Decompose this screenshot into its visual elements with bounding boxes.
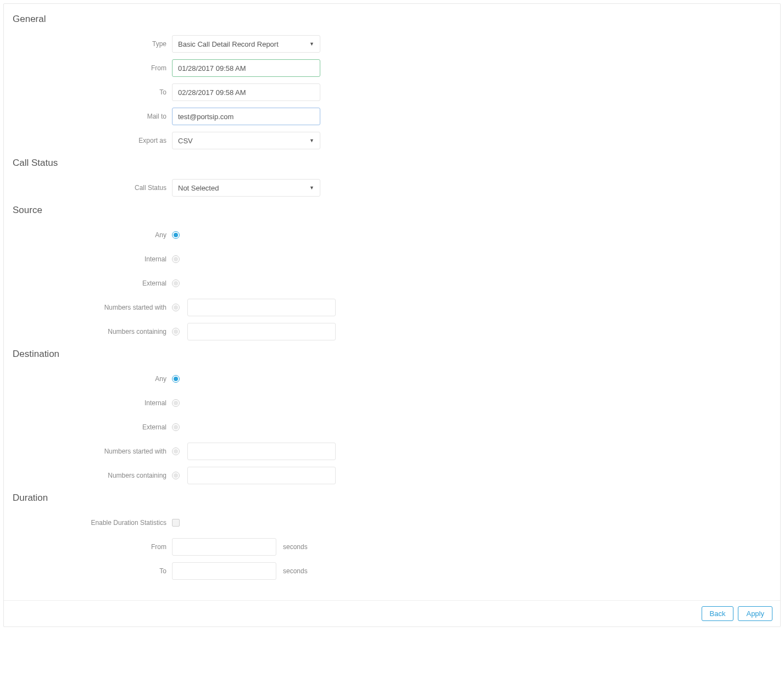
row-dest-started: Numbers started with — [13, 440, 771, 463]
label-to: To — [13, 88, 172, 96]
source-containing-input[interactable] — [187, 323, 336, 340]
row-source-internal: Internal — [13, 248, 771, 271]
row-duration-from: From seconds — [13, 535, 771, 558]
label-duration-to: To — [13, 567, 172, 575]
section-title-call-status: Call Status — [13, 158, 771, 169]
row-dest-internal: Internal — [13, 391, 771, 415]
label-export: Export as — [13, 137, 172, 144]
apply-button[interactable]: Apply — [738, 606, 772, 621]
label-mailto: Mail to — [13, 113, 172, 120]
source-started-input[interactable] — [187, 299, 336, 316]
row-duration-to: To seconds — [13, 560, 771, 583]
call-status-select-value: Not Selected — [178, 184, 219, 192]
chevron-down-icon: ▼ — [309, 41, 314, 47]
label-source-containing: Numbers containing — [13, 328, 172, 335]
chevron-down-icon: ▼ — [309, 185, 314, 191]
to-datetime-input[interactable] — [172, 83, 320, 101]
chevron-down-icon: ▼ — [309, 138, 314, 143]
row-source-external: External — [13, 272, 771, 295]
section-title-duration: Duration — [13, 493, 771, 504]
dest-containing-input[interactable] — [187, 467, 336, 484]
section-title-destination: Destination — [13, 349, 771, 360]
footer: Back Apply — [4, 600, 780, 627]
dest-started-radio[interactable] — [172, 448, 180, 455]
row-type: Type Basic Call Detail Record Report ▼ — [13, 32, 771, 55]
row-dest-external: External — [13, 416, 771, 439]
source-internal-radio[interactable] — [172, 255, 180, 263]
panel-body: General Type Basic Call Detail Record Re… — [4, 4, 780, 600]
mailto-input[interactable] — [172, 108, 320, 125]
dest-started-input[interactable] — [187, 443, 336, 460]
label-dest-external: External — [13, 423, 172, 431]
row-source-any: Any — [13, 223, 771, 247]
duration-from-input[interactable] — [172, 538, 276, 556]
label-source-started: Numbers started with — [13, 304, 172, 311]
type-select[interactable]: Basic Call Detail Record Report ▼ — [172, 35, 320, 53]
source-started-radio[interactable] — [172, 304, 180, 311]
label-type: Type — [13, 40, 172, 48]
label-source-internal: Internal — [13, 255, 172, 263]
row-mailto: Mail to — [13, 105, 771, 128]
label-duration-enable: Enable Duration Statistics — [13, 519, 172, 527]
source-external-radio[interactable] — [172, 279, 180, 287]
row-export: Export as CSV ▼ — [13, 129, 771, 152]
back-button[interactable]: Back — [702, 606, 734, 621]
label-source-any: Any — [13, 231, 172, 239]
row-dest-containing: Numbers containing — [13, 464, 771, 487]
export-select-value: CSV — [178, 137, 193, 145]
dest-any-radio[interactable] — [172, 375, 180, 383]
label-duration-from: From — [13, 543, 172, 551]
type-select-value: Basic Call Detail Record Report — [178, 40, 279, 48]
label-dest-containing: Numbers containing — [13, 472, 172, 479]
source-any-radio[interactable] — [172, 231, 180, 239]
label-dest-internal: Internal — [13, 399, 172, 407]
row-duration-enable: Enable Duration Statistics — [13, 511, 771, 534]
report-form-panel: General Type Basic Call Detail Record Re… — [3, 3, 781, 627]
label-call-status: Call Status — [13, 184, 172, 192]
duration-to-input[interactable] — [172, 562, 276, 580]
row-to: To — [13, 81, 771, 104]
dest-external-radio[interactable] — [172, 423, 180, 431]
from-datetime-input[interactable] — [172, 59, 320, 77]
call-status-select[interactable]: Not Selected ▼ — [172, 179, 320, 197]
label-dest-started: Numbers started with — [13, 448, 172, 455]
row-dest-any: Any — [13, 367, 771, 390]
dest-internal-radio[interactable] — [172, 399, 180, 407]
section-title-general: General — [13, 14, 771, 25]
duration-to-unit: seconds — [283, 567, 308, 575]
dest-containing-radio[interactable] — [172, 472, 180, 479]
row-source-containing: Numbers containing — [13, 320, 771, 343]
duration-from-unit: seconds — [283, 543, 308, 551]
row-from: From — [13, 57, 771, 80]
section-title-source: Source — [13, 205, 771, 216]
row-call-status: Call Status Not Selected ▼ — [13, 176, 771, 199]
label-dest-any: Any — [13, 375, 172, 383]
source-containing-radio[interactable] — [172, 328, 180, 335]
label-source-external: External — [13, 279, 172, 287]
export-select[interactable]: CSV ▼ — [172, 132, 320, 149]
duration-enable-checkbox[interactable] — [172, 519, 180, 527]
label-from: From — [13, 64, 172, 72]
row-source-started: Numbers started with — [13, 296, 771, 319]
